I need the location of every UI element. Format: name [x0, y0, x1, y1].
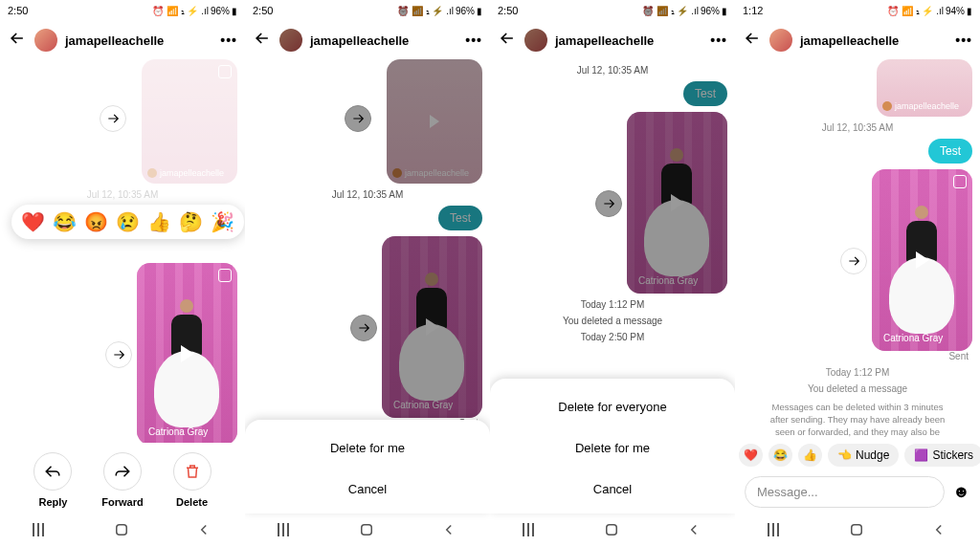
nav-recents-icon[interactable]: [523, 523, 538, 536]
system-nav: [490, 513, 735, 546]
nav-recents-icon[interactable]: [33, 523, 48, 536]
back-icon[interactable]: [8, 29, 27, 52]
forward-button[interactable]: Forward: [101, 452, 143, 508]
svg-rect-2: [607, 525, 617, 535]
delete-button[interactable]: Delete: [173, 452, 212, 508]
status-bar: 2:50 ⏰ 📶 ₁ ⚡ .ıl 96% ▮: [490, 0, 735, 21]
emoji-icon[interactable]: ☻: [952, 482, 970, 502]
gallery-icon: [218, 65, 232, 78]
avatar: [524, 29, 547, 52]
avatar[interactable]: [769, 29, 792, 52]
more-icon[interactable]: •••: [220, 33, 237, 48]
more-icon: •••: [710, 33, 727, 48]
video-message[interactable]: Catriona Gray: [872, 169, 972, 351]
reel-thumbnail[interactable]: jamapelleachelle: [142, 59, 237, 184]
reply-button[interactable]: Reply: [33, 452, 72, 508]
nav-recents-icon[interactable]: [278, 523, 293, 536]
video-tag: Catriona Gray: [148, 426, 208, 437]
delete-info-text: Messages can be deleted within 3 minutes…: [743, 398, 972, 440]
reaction-angry[interactable]: 😡: [84, 210, 108, 233]
reaction-picker[interactable]: ❤️ 😂 😡 😢 👍 🤔 🎉: [11, 205, 244, 239]
screen-after-delete: 1:12 ⏰ 📶 ₁ ⚡ .ıl 94% ▮ jamapelleachelle …: [735, 0, 980, 546]
sent-label: Sent: [743, 351, 972, 361]
share-icon: [595, 190, 622, 217]
qr-thumbs[interactable]: 👍: [798, 444, 822, 467]
status-bar: 2:50 ⏰ 📶 ₁ ⚡ .ıl 96% ▮: [0, 0, 245, 21]
message-bubble: Test: [683, 81, 727, 106]
nav-back-icon[interactable]: [440, 521, 457, 538]
video-message[interactable]: Catriona Gray: [137, 263, 237, 443]
reaction-thumbsup[interactable]: 👍: [147, 210, 171, 233]
deleted-notice: You deleted a message: [743, 383, 972, 394]
delete-for-me-button[interactable]: Delete for me: [245, 427, 490, 469]
reaction-cry[interactable]: 😢: [116, 210, 140, 233]
quick-reactions-bar: ❤️ 😂 👍 👈 Nudge 🟪 Stickers: [735, 440, 980, 470]
screen-reactions: 2:50 ⏰ 📶 ₁ ⚡ .ıl 96% ▮ jamapelleachelle …: [0, 0, 245, 546]
delete-for-me-button[interactable]: Delete for me: [490, 427, 735, 469]
message-input[interactable]: Message...: [745, 476, 945, 508]
system-nav: [735, 513, 980, 546]
nav-home-icon[interactable]: [848, 521, 865, 538]
timestamp: Today 1:12 PM: [743, 367, 972, 378]
reel-user-tag: jamapelleachelle: [160, 168, 224, 178]
cancel-button[interactable]: Cancel: [490, 469, 735, 510]
nav-back-icon[interactable]: [195, 521, 212, 538]
delete-for-everyone-button[interactable]: Delete for everyone: [490, 386, 735, 427]
message-bubble: Test: [438, 206, 482, 230]
nav-back-icon[interactable]: [685, 521, 702, 538]
nav-home-icon[interactable]: [113, 521, 130, 538]
screen-delete-everyone: 2:50 ⏰ 📶 ₁ ⚡ .ıl 96% ▮ jamapelleachelle …: [490, 0, 735, 546]
screen-delete-me: 2:50 ⏰ 📶 ₁ ⚡ .ıl 96% ▮ jamapelleachelle …: [245, 0, 490, 546]
nav-recents-icon[interactable]: [768, 523, 783, 536]
play-icon: [181, 345, 194, 362]
share-icon[interactable]: [105, 341, 132, 368]
reaction-heart[interactable]: ❤️: [21, 210, 45, 233]
message-input-row: Message... ☻: [735, 470, 980, 513]
reaction-thinking[interactable]: 🤔: [179, 210, 203, 233]
reaction-party[interactable]: 🎉: [211, 210, 234, 233]
share-icon[interactable]: [840, 248, 867, 274]
svg-rect-0: [117, 525, 127, 535]
more-icon[interactable]: •••: [955, 33, 972, 48]
gallery-icon: [218, 269, 232, 282]
timestamp: Jul 12, 10:35 AM: [8, 189, 237, 200]
qr-laugh[interactable]: 😂: [768, 444, 792, 467]
video-tag: Catriona Gray: [883, 333, 943, 343]
qr-stickers[interactable]: 🟪 Stickers: [904, 444, 980, 467]
message-bubble[interactable]: Test: [928, 139, 972, 164]
play-icon: [916, 251, 929, 269]
qr-nudge[interactable]: 👈 Nudge: [828, 444, 899, 467]
status-bar: 1:12 ⏰ 📶 ₁ ⚡ .ıl 94% ▮: [735, 0, 980, 21]
nav-home-icon[interactable]: [603, 521, 620, 538]
system-nav: [0, 513, 245, 546]
avatar[interactable]: [34, 29, 57, 52]
delete-sheet: Delete for me Cancel: [245, 420, 490, 513]
chat-username[interactable]: jamapelleachelle: [65, 33, 212, 48]
delete-sheet: Delete for everyone Delete for me Cancel: [490, 379, 735, 513]
more-icon: •••: [465, 33, 482, 48]
cancel-button[interactable]: Cancel: [245, 469, 490, 510]
reaction-laugh[interactable]: 😂: [53, 210, 77, 233]
chat-header: jamapelleachelle •••: [490, 21, 735, 59]
video-message: Catriona Gray: [627, 112, 727, 294]
back-icon: [253, 29, 272, 52]
chat-header: jamapelleachelle •••: [0, 21, 245, 59]
gallery-icon: [953, 175, 967, 188]
video-message: Catriona Gray: [382, 236, 482, 418]
system-nav: [245, 513, 490, 546]
share-icon[interactable]: [100, 105, 126, 132]
chat-area: jamapelleachelle Jul 12, 10:35 AM ❤️ 😂 😡…: [0, 59, 245, 443]
reel-thumbnail: jamapelleachelle: [387, 59, 482, 184]
nav-back-icon[interactable]: [930, 521, 947, 538]
status-time: 1:12: [743, 5, 763, 16]
status-bar: 2:50 ⏰ 📶 ₁ ⚡ .ıl 96% ▮: [245, 0, 490, 21]
qr-heart[interactable]: ❤️: [739, 444, 763, 467]
share-icon: [350, 315, 377, 341]
nav-home-icon[interactable]: [358, 521, 375, 538]
avatar: [279, 29, 302, 52]
timestamp: Jul 12, 10:35 AM: [743, 122, 972, 133]
back-icon[interactable]: [743, 29, 762, 52]
status-time: 2:50: [8, 5, 28, 16]
message-actions: Reply Forward Delete: [0, 443, 245, 513]
reel-thumbnail[interactable]: jamapelleachelle: [877, 59, 972, 117]
